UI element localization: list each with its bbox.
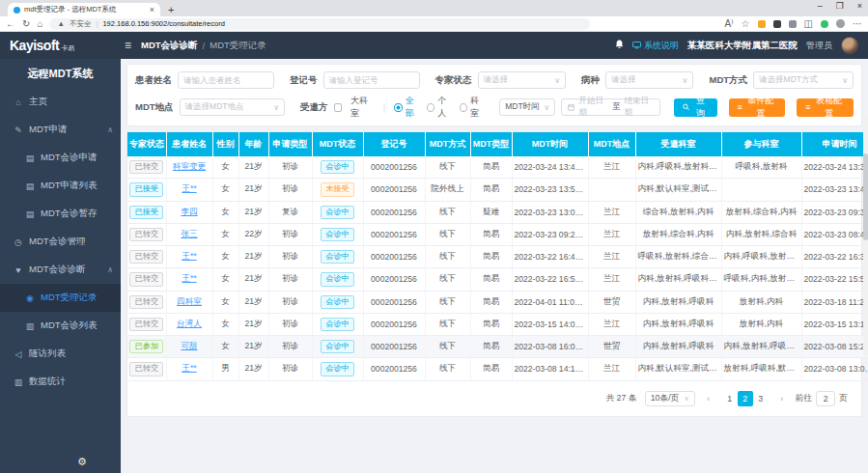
sidebar-item-MDT会诊诊断[interactable]: ♥MDT会诊诊断∧ <box>0 256 121 284</box>
column-header: 申请类型 <box>268 132 312 156</box>
sidebar-item-label: MDT会诊暂存 <box>41 208 98 220</box>
expert-status-cell: 已转交 <box>127 223 166 245</box>
sidebar-item-MDT申请[interactable]: ✎MDT申请∧ <box>0 116 121 144</box>
sidebar-item-MDT会诊列表[interactable]: ▥MDT会诊列表 <box>0 312 121 340</box>
more-icon[interactable]: ⋯ <box>853 19 862 29</box>
expert-status-select[interactable]: 请选择∨ <box>478 71 566 89</box>
sidebar-item-MDT会诊申请[interactable]: ▤MDT会诊申请 <box>0 144 121 172</box>
patient-name-link[interactable]: 台湾人 <box>177 319 202 328</box>
split-screen-icon[interactable]: ◫ <box>804 19 813 29</box>
mdt-mode-select[interactable]: 请选择MDT方式∨ <box>753 71 854 89</box>
mdt-time-cell: 2022-03-08 14:10:00 <box>512 358 588 380</box>
sidebar-item-MDT会诊暂存[interactable]: ▤MDT会诊暂存 <box>0 200 121 228</box>
app-logo[interactable]: Kayisoft 卡易 <box>0 38 121 53</box>
table-config-button[interactable]: ≡表格配置 <box>797 98 854 117</box>
apply-time-cell: 2022-03-18 11:28:25 <box>801 291 868 313</box>
sidebar-item-label: MDT会诊诊断 <box>29 264 86 276</box>
minimize-button[interactable]: – <box>818 1 823 11</box>
gender-cell: 女 <box>212 246 238 268</box>
condition-config-button[interactable]: ≡条件配置 <box>729 98 786 117</box>
date-range-picker[interactable]: 开始日期 至 结束日期 <box>561 98 660 116</box>
stats-icon: ▥ <box>14 377 23 387</box>
close-button[interactable]: × <box>857 1 862 11</box>
table-row: 已转交四科室女21岁初诊会诊中0002001256线下简易2022-04-01 … <box>127 291 868 313</box>
patient-name-cell: 王** <box>166 179 212 201</box>
mdt-place-cell: 世贸 <box>588 291 635 313</box>
disease-select[interactable]: 请选择∨ <box>605 71 693 89</box>
column-header: MDT状态 <box>312 132 363 156</box>
patient-name-input[interactable] <box>178 71 274 89</box>
app-header: Kayisoft 卡易 ≡ MDT会诊诊断 / MDT受理记录 系统说明 某某医… <box>0 32 868 59</box>
patient-name-link[interactable]: 可甜 <box>181 341 197 350</box>
refresh-icon[interactable]: ↻ <box>22 19 30 29</box>
home-icon[interactable]: ⌂ <box>37 19 42 29</box>
sidebar-item-数据统计[interactable]: ▥数据统计 <box>0 368 121 396</box>
sidebar-item-MDT受理记录[interactable]: ◉MDT受理记录 <box>0 284 121 312</box>
gender-cell: 女 <box>212 179 238 201</box>
back-icon[interactable]: ← <box>6 19 15 29</box>
patient-name-link[interactable]: 王** <box>182 273 196 283</box>
favorites-icon[interactable]: ☆ <box>742 19 750 29</box>
mdt-mode-cell: 线下 <box>425 268 470 291</box>
mdt-time-select[interactable]: MDT时间∨ <box>499 98 555 116</box>
patient-name-link[interactable]: 王** <box>182 363 196 373</box>
patient-name-link[interactable]: 王** <box>182 183 196 193</box>
sidebar-item-随访列表[interactable]: ◁随访列表 <box>0 340 121 368</box>
prev-page-button[interactable]: ‹ <box>701 391 716 406</box>
mdt-status-badge: 会诊中 <box>321 272 354 286</box>
apply-time-cell: 2022-03-23 08:49:53 <box>801 223 868 245</box>
bell-icon[interactable] <box>615 40 624 51</box>
breadcrumb-parent[interactable]: MDT会诊诊断 <box>141 40 198 52</box>
sidebar-item-MDT申请列表[interactable]: ▤MDT申请列表 <box>0 172 121 200</box>
search-button[interactable]: 查询 <box>674 98 717 117</box>
radio-personal[interactable]: 个人 <box>427 95 454 120</box>
gear-icon[interactable]: ⚙ <box>77 456 87 468</box>
mdt-status-cell: 会诊中 <box>312 246 363 268</box>
patient-name-link[interactable]: 四科室 <box>177 296 202 306</box>
extension-icon[interactable] <box>758 20 766 28</box>
apply-type-cell: 初诊 <box>268 156 312 179</box>
scrollbar[interactable] <box>863 115 868 356</box>
collapse-menu-icon[interactable]: ≡ <box>125 39 131 52</box>
expert-status-badge: 已转交 <box>129 250 163 264</box>
tab-close-icon[interactable]: × <box>150 5 154 14</box>
patient-name-link[interactable]: 科室变更 <box>173 161 206 171</box>
new-tab-button[interactable]: + <box>168 3 174 16</box>
patient-name-link[interactable]: 张三 <box>181 229 197 238</box>
register-no-input[interactable] <box>323 71 420 89</box>
sidebar-item-label: MDT受理记录 <box>41 292 98 304</box>
browser-tab[interactable]: mdt受理记录 - 远程MDT系统 × <box>8 3 160 16</box>
page-button-1[interactable]: 1 <box>722 391 738 406</box>
home-icon: ⌂ <box>14 97 23 107</box>
extension-icon[interactable] <box>789 20 797 28</box>
patient-name-link[interactable]: 李四 <box>181 207 197 216</box>
page-size-select[interactable]: 10条/页∨ <box>645 391 695 406</box>
sidebar-item-label: MDT申请列表 <box>41 180 98 192</box>
patient-name-link[interactable]: 王** <box>182 251 196 261</box>
mdt-type-cell: 简易 <box>470 179 512 201</box>
mdt-place-select[interactable]: 请选择MDT地点∨ <box>180 98 285 116</box>
radio-all[interactable]: 全部 <box>394 95 421 120</box>
joined-depts-cell: 放射科,呼吸科,默认科室,测... <box>721 358 801 380</box>
browser-profile-avatar[interactable] <box>836 19 845 28</box>
page-button-3[interactable]: 3 <box>753 391 769 406</box>
calendar-icon <box>568 103 574 111</box>
address-bar[interactable]: ▲ 不安全 | 192.168.0.156:9002/consultate/re… <box>49 18 590 30</box>
sidebar-item-主页[interactable]: ⌂主页 <box>0 88 121 116</box>
register-no-cell: 0002001256 <box>363 156 425 179</box>
patient-name-cell: 台湾人 <box>166 313 212 335</box>
sidebar-item-label: 随访列表 <box>29 348 66 360</box>
big-dept-checkbox[interactable] <box>334 103 342 112</box>
sidebar-item-MDT会诊管理[interactable]: ◷MDT会诊管理 <box>0 228 121 256</box>
security-label: 不安全 <box>70 19 92 29</box>
extension-icon[interactable] <box>773 20 781 28</box>
goto-page-input[interactable] <box>816 391 835 406</box>
page-button-2[interactable]: 2 <box>738 391 753 406</box>
restore-button[interactable]: ❐ <box>836 1 844 11</box>
read-aloud-icon[interactable]: A⁾ <box>724 19 733 29</box>
system-help-link[interactable]: 系统说明 <box>632 40 679 52</box>
next-page-button[interactable]: › <box>774 391 790 406</box>
security-warning-icon: ▲ <box>57 19 64 28</box>
avatar[interactable] <box>841 37 858 54</box>
radio-dept[interactable]: 科室 <box>460 95 487 120</box>
